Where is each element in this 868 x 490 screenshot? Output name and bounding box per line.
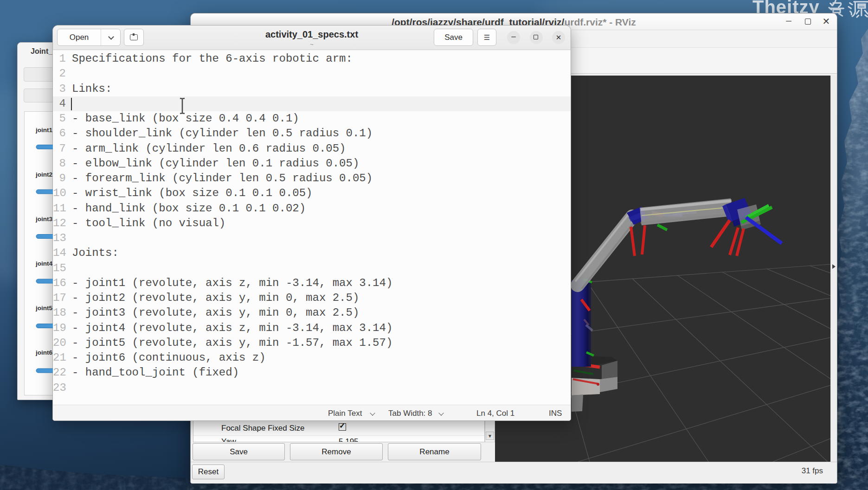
svg-text:joint6: joint6: [35, 349, 52, 356]
svg-text:joint5: joint5: [35, 305, 52, 312]
svg-text:joint3: joint3: [35, 216, 52, 223]
svg-text:joint1: joint1: [35, 127, 52, 134]
svg-text:joint4: joint4: [35, 260, 52, 267]
svg-text:joint2: joint2: [35, 171, 52, 178]
